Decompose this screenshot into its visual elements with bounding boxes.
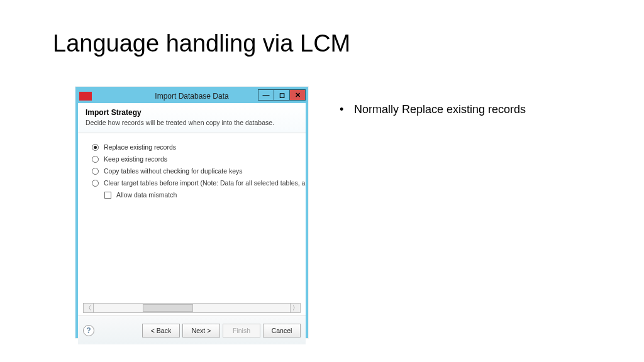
window-controls: — ◻ ✕ [258, 89, 306, 101]
option-label: Replace existing records [104, 143, 176, 151]
option-copy-no-check[interactable]: Copy tables without checking for duplica… [92, 167, 306, 175]
dialog-content: Replace existing records Keep existing r… [78, 133, 306, 315]
cancel-button[interactable]: Cancel [263, 324, 301, 337]
checkbox-icon [104, 192, 111, 199]
import-dialog: Import Database Data — ◻ ✕ Import Strate… [75, 87, 308, 338]
dialog-footer: ? < Back Next > Finish Cancel [78, 315, 306, 344]
next-button[interactable]: Next > [182, 324, 220, 337]
option-label: Copy tables without checking for duplica… [104, 167, 243, 175]
titlebar: Import Database Data — ◻ ✕ [78, 89, 306, 103]
finish-button: Finish [223, 324, 260, 337]
radio-icon [92, 168, 99, 175]
header-description: Decide how records will be treated when … [86, 119, 298, 126]
maximize-button[interactable]: ◻ [274, 89, 290, 101]
scroll-track[interactable] [94, 304, 290, 312]
radio-icon [92, 180, 99, 187]
scroll-left-icon[interactable]: 〈 [84, 304, 94, 312]
radio-icon [92, 144, 99, 151]
option-replace[interactable]: Replace existing records [92, 143, 306, 151]
option-clear-target[interactable]: Clear target tables before import (Note:… [92, 179, 306, 187]
option-label: Keep existing records [104, 155, 167, 163]
close-button[interactable]: ✕ [289, 89, 306, 101]
scroll-thumb[interactable] [143, 304, 193, 312]
bullet-icon: • [340, 103, 351, 116]
scroll-right-icon[interactable]: 〉 [290, 304, 300, 312]
back-button[interactable]: < Back [142, 324, 180, 337]
option-label: Clear target tables before import (Note:… [104, 179, 306, 187]
option-keep[interactable]: Keep existing records [92, 155, 306, 163]
radio-icon [92, 156, 99, 163]
checkbox-label: Allow data mismatch [116, 191, 177, 199]
option-allow-mismatch[interactable]: Allow data mismatch [104, 191, 306, 199]
app-logo-icon [79, 92, 92, 101]
strategy-options: Replace existing records Keep existing r… [78, 133, 306, 199]
minimize-button[interactable]: — [258, 89, 274, 101]
slide-title: Language handling via LCM [53, 30, 350, 57]
note-text: Normally Replace existing records [354, 103, 526, 116]
horizontal-scrollbar[interactable]: 〈 〉 [83, 303, 301, 313]
help-icon[interactable]: ? [83, 325, 94, 336]
slide-notes: • Normally Replace existing records [340, 103, 526, 116]
dialog-header: Import Strategy Decide how records will … [78, 103, 306, 133]
header-title: Import Strategy [86, 108, 298, 117]
